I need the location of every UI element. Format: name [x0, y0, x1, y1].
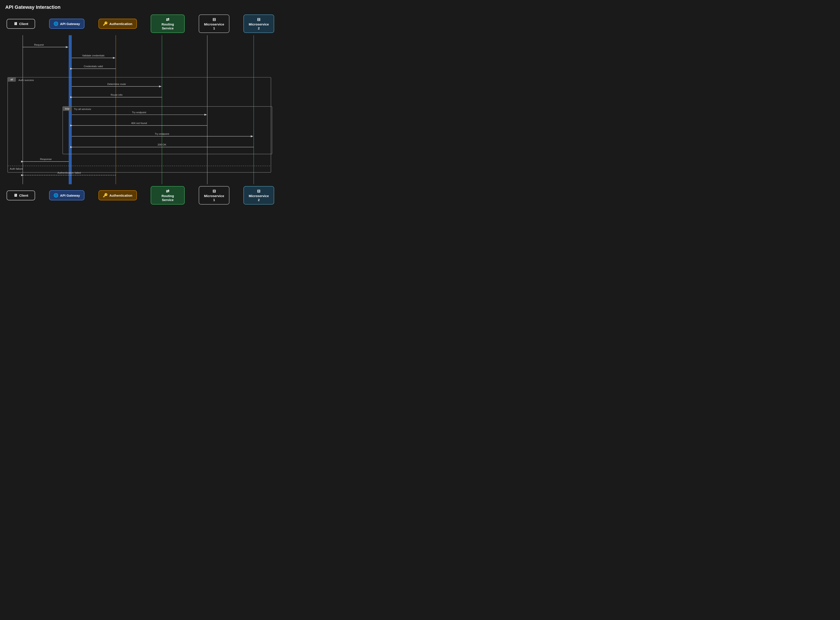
client-icon-top: 🖥 — [14, 21, 17, 26]
loop-title-text: Try all services — [74, 108, 91, 111]
ms1-label-block-top: Microservice 1 — [204, 23, 224, 30]
actor-auth-bottom: 🔑 Authentication — [99, 190, 137, 200]
routing-label-block-bottom: Routing Service — [161, 194, 174, 202]
sequence-area: alt Auth success Auth failure loop Try a… — [4, 35, 276, 184]
actor-routing-bottom: ⇄ Routing Service — [151, 186, 184, 205]
actors-bottom: 🖥 Client 🌐 API Gateway 🔑 Authentication … — [4, 186, 276, 205]
actor-client-top: 🖥 Client — [7, 19, 35, 29]
actor-ms1-bottom: ⊟ Microservice 1 — [199, 186, 230, 205]
actor-ms2-top: ⊟ Microservice 2 — [243, 15, 274, 33]
actor-client-bottom: 🖥 Client — [7, 191, 35, 200]
gateway-icon-bottom: 🌐 — [54, 193, 58, 198]
sequence-svg: alt Auth success Auth failure loop Try a… — [4, 35, 276, 184]
client-label-bottom: Client — [19, 194, 28, 197]
msg-request-label: Request — [34, 43, 44, 46]
auth-icon-bottom: 🔑 — [103, 193, 108, 198]
loop-fragment — [63, 107, 272, 154]
ms1-label-block-bottom: Microservice 1 — [204, 194, 224, 202]
ms2-label-block-bottom: Microservice 2 — [249, 194, 269, 202]
alt-auth-failure-label: Auth failure — [10, 167, 23, 170]
actor-auth-top: 🔑 Authentication — [99, 19, 137, 29]
msg-tryep2-label: Try endpoint — [155, 132, 170, 135]
msg-response-label: Response — [40, 158, 52, 161]
ms1-icon-top: ⊟ — [213, 17, 216, 22]
msg-routeinfo-label: Route info — [111, 93, 123, 96]
msg-credentials-label: Credentials valid — [84, 65, 103, 68]
msg-200ok-label: 200 OK — [158, 143, 166, 146]
routing-icon-top: ⇄ — [166, 17, 170, 22]
gateway-label-bottom: API Gateway — [60, 194, 80, 197]
page-title: API Gateway Interaction — [0, 0, 281, 12]
actor-gateway-bottom: 🌐 API Gateway — [49, 190, 84, 200]
auth-label-top: Authentication — [110, 22, 132, 26]
alt-label-text: alt — [10, 78, 13, 81]
ms1-icon-bottom: ⊟ — [213, 189, 216, 194]
auth-label-bottom: Authentication — [110, 194, 132, 197]
gateway-icon-top: 🌐 — [54, 21, 58, 26]
routing-icon-bottom: ⇄ — [166, 189, 170, 194]
msg-tryep1-label: Try endpoint — [132, 111, 147, 114]
client-label-top: Client — [19, 22, 28, 26]
routing-label-block-top: Routing Service — [161, 23, 174, 30]
actor-ms1-top: ⊟ Microservice 1 — [199, 15, 230, 33]
actor-ms2-bottom: ⊟ Microservice 2 — [243, 186, 274, 205]
msg-404-label: 404 not found — [131, 122, 147, 125]
client-icon-bottom: 🖥 — [14, 193, 17, 198]
msg-validate-label: Validate credentials — [82, 54, 104, 57]
msg-authfail-label: Authentication failed — [57, 171, 81, 174]
actors-top: 🖥 Client 🌐 API Gateway 🔑 Authentication … — [4, 15, 276, 33]
msg-determine-label: Determine route — [107, 83, 126, 86]
diagram-container: 🖥 Client 🌐 API Gateway 🔑 Authentication … — [0, 12, 281, 207]
auth-icon-top: 🔑 — [103, 21, 108, 26]
actor-routing-top: ⇄ Routing Service — [151, 15, 184, 33]
actor-gateway-top: 🌐 API Gateway — [49, 19, 84, 29]
ms2-icon-top: ⊟ — [257, 17, 260, 22]
ms2-icon-bottom: ⊟ — [257, 189, 260, 194]
ms2-label-block-top: Microservice 2 — [249, 23, 269, 30]
alt-auth-success-label: Auth success — [18, 78, 34, 82]
loop-label-text: loop — [65, 107, 69, 110]
gateway-label-top: API Gateway — [60, 22, 80, 26]
